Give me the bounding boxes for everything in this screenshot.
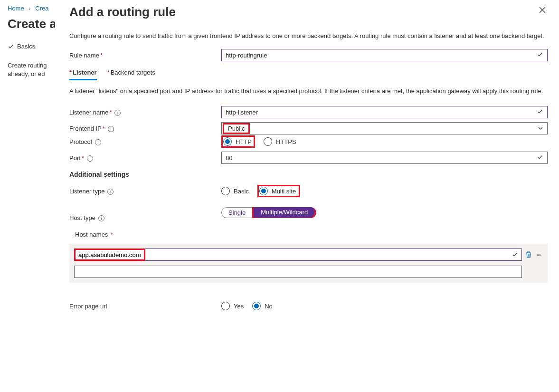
protocol-https-radio[interactable]: HTTPS	[264, 137, 296, 146]
listener-name-input[interactable]: http-listener	[221, 106, 548, 118]
host-name-input-1[interactable]	[74, 266, 522, 278]
host-name-input-0[interactable]	[74, 249, 522, 261]
radio-icon	[223, 137, 232, 146]
tab-basics-label: Basics	[17, 43, 35, 50]
protocol-http-radio[interactable]: HTTP	[223, 137, 252, 146]
panel-description: Configure a routing rule to send traffic…	[69, 32, 548, 40]
info-icon[interactable]: i	[108, 126, 114, 132]
protocol-http-label: HTTP	[236, 138, 252, 145]
check-icon	[537, 154, 543, 161]
radio-icon	[221, 187, 230, 195]
info-icon[interactable]: i	[87, 155, 93, 162]
radio-icon	[259, 187, 268, 195]
additional-settings-heading: Additional settings	[69, 171, 548, 178]
radio-icon	[264, 137, 272, 146]
side-panel: Add a routing rule Configure a routing r…	[55, 0, 559, 392]
tab-listener[interactable]: *Listener	[69, 67, 97, 80]
listener-type-basic-label: Basic	[234, 188, 249, 195]
more-host-button[interactable]: ⋯	[535, 250, 543, 259]
port-label: Port*i	[69, 154, 221, 162]
check-icon	[8, 43, 14, 50]
breadcrumb-home[interactable]: Home	[8, 5, 24, 12]
listener-type-multi-radio[interactable]: Multi site	[259, 187, 296, 195]
radio-icon	[252, 302, 261, 310]
chevron-down-icon	[538, 125, 543, 131]
host-type-label: Host typei	[69, 204, 221, 221]
info-icon[interactable]: i	[98, 215, 104, 221]
listener-name-label: Listener name*i	[69, 109, 221, 116]
trash-icon	[525, 251, 532, 258]
chevron-right-icon: ›	[28, 5, 30, 12]
listener-type-multi-label: Multi site	[272, 188, 296, 195]
breadcrumb-create[interactable]: Crea	[35, 5, 48, 12]
frontend-ip-label: Frontend IP*i	[69, 125, 221, 132]
info-icon[interactable]: i	[107, 189, 114, 195]
check-icon	[512, 251, 518, 258]
error-page-no-radio[interactable]: No	[252, 302, 273, 310]
frontend-ip-select[interactable]: Public	[221, 122, 548, 134]
rule-name-label: Rule name*	[69, 52, 221, 59]
protocol-label: Protocoli	[69, 138, 221, 145]
listener-description: A listener "listens" on a specified port…	[69, 87, 548, 96]
listener-type-basic-radio[interactable]: Basic	[221, 187, 249, 195]
error-page-no-label: No	[265, 303, 273, 310]
radio-icon	[221, 302, 230, 310]
host-type-single[interactable]: Single	[221, 207, 252, 218]
host-names-section: app.asabuludemo.com ⋯	[69, 244, 548, 283]
close-button[interactable]	[537, 5, 548, 17]
error-page-label: Error page url	[69, 303, 221, 310]
host-type-toggle: Single Multiple/Wildcard	[221, 207, 316, 218]
tab-backend-targets[interactable]: *Backend targets	[107, 67, 155, 80]
port-input[interactable]: 80	[221, 152, 548, 164]
close-icon	[539, 7, 546, 13]
check-icon	[537, 108, 543, 115]
rule-name-input[interactable]: http-routingrule	[221, 49, 548, 61]
error-page-yes-label: Yes	[234, 303, 244, 310]
panel-tabs: *Listener *Backend targets	[69, 67, 548, 80]
host-names-label: Host names *	[69, 231, 548, 242]
listener-type-label: Listener typei	[69, 188, 221, 195]
frontend-ip-value: Public	[223, 123, 250, 134]
info-icon[interactable]: i	[114, 110, 121, 116]
panel-title: Add a routing rule	[69, 5, 176, 19]
host-type-multiple[interactable]: Multiple/Wildcard	[254, 207, 315, 218]
check-icon	[537, 51, 543, 58]
info-icon[interactable]: i	[95, 139, 101, 145]
error-page-yes-radio[interactable]: Yes	[221, 302, 244, 310]
delete-host-button[interactable]	[525, 250, 532, 259]
protocol-https-label: HTTPS	[276, 138, 296, 145]
